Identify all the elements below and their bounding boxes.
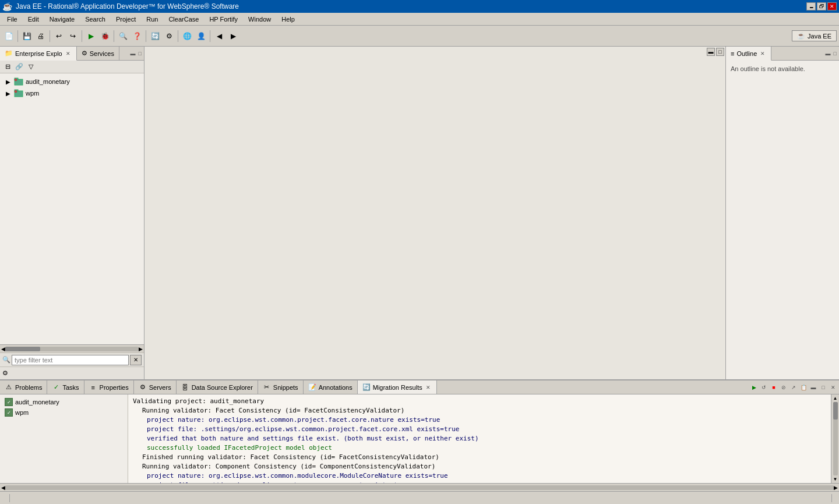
menu-item-edit[interactable]: Edit [23, 15, 44, 24]
scroll-down-btn[interactable]: ▼ [833, 477, 838, 482]
enterprise-label: Enterprise Explo [15, 50, 62, 57]
menu-item-file[interactable]: File [2, 15, 22, 24]
tab-outline[interactable]: ≡ Outline ✕ [726, 47, 771, 61]
editor-minimize[interactable]: ▬ [707, 48, 715, 56]
close-bottom-btn[interactable]: ✕ [829, 383, 838, 392]
outline-message: An outline is not available. [726, 61, 839, 77]
collapse-all-button[interactable]: ⊟ [2, 62, 13, 72]
project-item-audit[interactable]: ✓ audit_monetary [2, 397, 125, 407]
enterprise-tab-close[interactable]: ✕ [65, 50, 72, 57]
toggle-icon-wpm[interactable]: ▶ [5, 90, 12, 97]
scroll-track[interactable] [5, 347, 139, 351]
run-action-btn[interactable]: ▶ [749, 383, 759, 392]
minimize-button[interactable]: 🗕 [806, 2, 816, 10]
copy-btn[interactable]: 📋 [799, 383, 808, 392]
menu-item-window[interactable]: Window [244, 15, 276, 24]
filter-input[interactable] [12, 355, 129, 365]
scroll-thumb[interactable] [5, 347, 40, 351]
scroll-right-btn[interactable]: ▶ [139, 346, 143, 352]
tab-problems[interactable]: ⚠ Problems [0, 380, 47, 394]
filter-icon: 🔍 [2, 356, 10, 364]
menu-item-clearcase[interactable]: ClearCase [164, 15, 203, 24]
outline-tab-close[interactable]: ✕ [759, 50, 766, 57]
tab-properties[interactable]: ≡ Properties [84, 380, 134, 394]
bottom-h-scroll[interactable]: ◀ ▶ [0, 483, 839, 491]
toolbar-sep-1 [17, 30, 18, 42]
tree-item-audit-monetary[interactable]: ▶ audit_monetary [0, 76, 144, 87]
settings-button[interactable]: ⚙ [163, 30, 175, 43]
stop-btn[interactable]: ■ [769, 383, 778, 392]
save-button[interactable]: 💾 [20, 30, 33, 43]
project-status-icon-audit: ✓ [5, 398, 13, 406]
menu-item-hp fortify[interactable]: HP Fortify [205, 15, 242, 24]
help-button[interactable]: ❓ [131, 30, 143, 43]
clear-btn[interactable]: ⊘ [779, 383, 788, 392]
tab-migration-results[interactable]: 🔄 Migration Results ✕ [358, 380, 437, 394]
maximize-panel-button[interactable]: □ [138, 51, 143, 57]
bottom-content: ✓ audit_monetary ✓ wpm Validating projec… [0, 394, 839, 483]
print-button[interactable]: 🖨 [34, 30, 47, 43]
tab-services[interactable]: ⚙ Services [77, 47, 119, 60]
migration-tab-close[interactable]: ✕ [425, 384, 432, 391]
nav-back-button[interactable]: ◀ [213, 30, 225, 43]
view-menu-button[interactable]: ▽ [26, 62, 36, 72]
left-panel: 📁 Enterprise Explo ✕ ⚙ Services ▬ □ ⊟ 🔗 … [0, 47, 144, 379]
redo-button[interactable]: ↪ [66, 30, 79, 43]
nav-forward-button[interactable]: ▶ [227, 30, 239, 43]
run-button[interactable]: ▶ [84, 30, 97, 43]
perspective-button[interactable]: ☕ Java EE [792, 30, 837, 41]
toggle-icon[interactable]: ▶ [5, 79, 12, 85]
export-btn[interactable]: ↗ [789, 383, 798, 392]
project-item-wpm[interactable]: ✓ wpm [2, 407, 125, 418]
debug-button[interactable]: 🐞 [98, 30, 111, 43]
title-bar-left: ☕ Java EE - Rational® Application Develo… [2, 2, 239, 11]
scroll-left-btn[interactable]: ◀ [1, 346, 5, 352]
scroll-up-btn[interactable]: ▲ [833, 396, 838, 401]
snippets-icon: ✂ [263, 383, 271, 392]
h-scroll-track[interactable] [5, 485, 834, 490]
outline-minimize[interactable]: ▬ [824, 51, 832, 57]
project-name-wpm: wpm [15, 409, 29, 416]
menu-item-search[interactable]: Search [80, 15, 110, 24]
web-button[interactable]: 🌐 [181, 30, 193, 43]
tab-tasks[interactable]: ✓ Tasks [47, 380, 84, 394]
tab-data-source[interactable]: 🗄 Data Source Explorer [177, 380, 258, 394]
menu-item-help[interactable]: Help [277, 15, 299, 24]
profile-button[interactable]: 👤 [195, 30, 207, 43]
right-tab-bar: ≡ Outline ✕ ▬ □ [726, 47, 839, 61]
tab-enterprise-explorer[interactable]: 📁 Enterprise Explo ✕ [0, 47, 77, 61]
minimize-bottom-btn[interactable]: ▬ [809, 383, 818, 392]
menu-item-run[interactable]: Run [142, 15, 163, 24]
menu-item-navigate[interactable]: Navigate [45, 15, 79, 24]
v-scroll-thumb[interactable] [833, 402, 838, 420]
undo-button[interactable]: ↩ [52, 30, 65, 43]
tree-label-wpm: wpm [26, 90, 39, 97]
editor-maximize[interactable]: □ [716, 48, 724, 56]
outline-maximize[interactable]: □ [833, 51, 838, 57]
menu-item-project[interactable]: Project [111, 15, 140, 24]
h-scroll-left[interactable]: ◀ [1, 485, 5, 491]
project-icon-wpm [14, 89, 23, 98]
h-scroll-right[interactable]: ▶ [834, 485, 838, 491]
refresh-button[interactable]: 🔄 [149, 30, 161, 43]
tree-item-wpm[interactable]: ▶ wpm [0, 87, 144, 99]
new-button[interactable]: 📄 [2, 30, 15, 43]
tab-annotations[interactable]: 📝 Annotations [304, 380, 358, 394]
bottom-tab-bar: ⚠ Problems ✓ Tasks ≡ Properties ⚙ Server… [0, 380, 839, 394]
link-editor-button[interactable]: 🔗 [14, 62, 24, 72]
tab-servers[interactable]: ⚙ Servers [134, 380, 177, 394]
migration-log: Validating project: audit_monetaryRunnin… [128, 394, 831, 483]
bottom-v-scroll[interactable]: ▲ ▼ [831, 394, 839, 483]
svg-point-2 [15, 79, 17, 81]
maximize-button[interactable]: 🗗 [817, 2, 826, 10]
close-button[interactable]: ✕ [827, 2, 837, 10]
v-scroll-track[interactable] [833, 402, 838, 475]
left-h-scroll[interactable]: ◀ ▶ [0, 344, 144, 353]
maximize-bottom-btn[interactable]: □ [819, 383, 828, 392]
clear-filter-button[interactable]: ✕ [130, 355, 142, 365]
search-button[interactable]: 🔍 [117, 30, 129, 43]
perspective-label: Java EE [808, 33, 831, 40]
tab-snippets[interactable]: ✂ Snippets [258, 380, 304, 394]
rerun-btn[interactable]: ↺ [759, 383, 769, 392]
minimize-panel-button[interactable]: ▬ [129, 51, 137, 57]
